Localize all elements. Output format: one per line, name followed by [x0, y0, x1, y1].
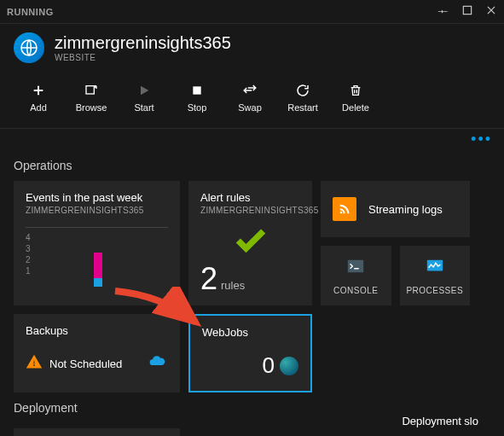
more-button[interactable]: ••• — [0, 129, 504, 150]
restart-label: Restart — [287, 102, 317, 113]
backups-status: Not Scheduled — [49, 358, 122, 370]
add-button[interactable]: Add — [14, 78, 63, 116]
start-label: Start — [134, 102, 154, 113]
alerts-sub: ZIMMERGRENINSIGHTS365 — [200, 206, 300, 215]
processes-icon — [424, 257, 446, 281]
pin-icon[interactable] — [437, 4, 449, 20]
rss-icon — [333, 197, 356, 221]
swap-icon — [242, 82, 258, 99]
browse-button[interactable]: Browse — [67, 78, 116, 116]
trash-icon — [349, 82, 362, 99]
deployment-slots-label: Deployment slo — [402, 415, 478, 427]
svg-point-4 — [340, 212, 343, 214]
svg-rect-2 — [86, 86, 94, 94]
ylabel: 3 — [26, 244, 31, 253]
browse-label: Browse — [76, 102, 107, 113]
operations-heading: Operations — [0, 150, 504, 181]
svg-rect-3 — [193, 86, 200, 94]
toolbar: Add Browse Start Stop Swap Restart Delet… — [0, 72, 504, 129]
deployment-tile[interactable] — [14, 428, 180, 436]
status-text: RUNNING — [7, 7, 437, 17]
blade-header: zimmergreninsights365 WEBSITE — [0, 24, 504, 72]
website-icon — [14, 32, 44, 63]
swap-button[interactable]: Swap — [225, 78, 275, 116]
streaming-label: Streaming logs — [368, 203, 443, 216]
processes-label: PROCESSES — [406, 286, 463, 295]
events-tile[interactable]: Events in the past week ZIMMERGRENINSIGH… — [14, 181, 180, 305]
streaming-logs-tile[interactable]: Streaming logs — [321, 181, 470, 237]
stop-label: Stop — [188, 102, 207, 113]
stop-button[interactable]: Stop — [172, 78, 222, 116]
backups-tile[interactable]: Backups Not Scheduled — [14, 314, 180, 392]
restart-button[interactable]: Restart — [278, 78, 327, 116]
alerts-count: 2 — [200, 261, 217, 296]
browse-icon — [84, 82, 98, 99]
globe-icon — [280, 357, 298, 375]
chart-bar-b — [94, 278, 102, 287]
swap-label: Swap — [238, 102, 262, 113]
titlebar: RUNNING — [0, 0, 504, 24]
console-tile[interactable]: CONSOLE — [321, 246, 391, 305]
ylabel: 4 — [26, 233, 31, 242]
webjobs-title: WebJobs — [202, 326, 298, 339]
webjobs-tile[interactable]: WebJobs 0 — [188, 314, 312, 392]
webjobs-count: 0 — [263, 352, 275, 379]
processes-tile[interactable]: PROCESSES — [400, 246, 471, 305]
site-type: WEBSITE — [55, 53, 231, 62]
svg-rect-0 — [463, 6, 471, 14]
add-label: Add — [30, 102, 47, 113]
events-chart: 4 3 2 1 — [26, 227, 168, 287]
delete-label: Delete — [342, 102, 369, 113]
alerts-title: Alert rules — [200, 191, 300, 204]
backups-title: Backups — [26, 324, 168, 337]
delete-button[interactable]: Delete — [331, 78, 380, 116]
events-sub: ZIMMERGRENINSIGHTS365 — [26, 206, 168, 215]
ylabel: 1 — [26, 266, 31, 276]
play-icon — [137, 82, 151, 99]
events-title: Events in the past week — [26, 191, 168, 204]
alerts-tile[interactable]: Alert rules ZIMMERGRENINSIGHTS365 2rules — [188, 181, 312, 305]
close-icon[interactable] — [485, 4, 497, 20]
stop-icon — [191, 82, 203, 99]
console-label: CONSOLE — [333, 286, 378, 295]
site-name: zimmergreninsights365 — [55, 33, 231, 53]
start-button[interactable]: Start — [119, 78, 169, 116]
maximize-icon[interactable] — [461, 4, 473, 20]
svg-rect-5 — [348, 259, 363, 272]
plus-icon — [32, 82, 45, 99]
ylabel: 2 — [26, 255, 31, 265]
console-icon — [345, 257, 367, 281]
alerts-unit: rules — [221, 279, 245, 292]
cloud-icon — [146, 352, 168, 375]
warning-icon — [26, 353, 43, 375]
restart-icon — [295, 82, 310, 99]
